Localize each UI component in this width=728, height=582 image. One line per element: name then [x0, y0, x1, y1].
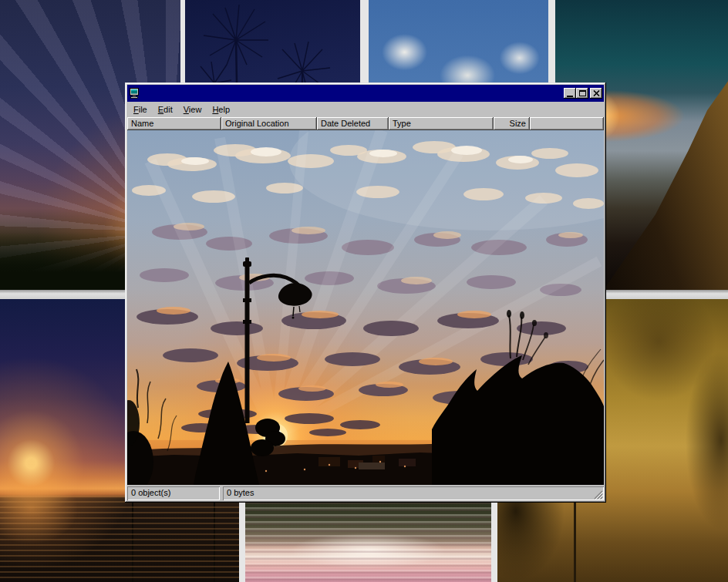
column-header-date-deleted[interactable]: Date Deleted — [317, 117, 389, 130]
minimize-button[interactable] — [564, 88, 576, 99]
window-controls — [564, 88, 602, 99]
column-header-type[interactable]: Type — [389, 117, 494, 130]
maximize-icon — [579, 90, 586, 96]
lake-pole — [214, 498, 215, 582]
status-bytes: 0 bytes — [223, 486, 604, 500]
sunset-photo — [127, 130, 604, 485]
column-header-filler[interactable] — [530, 117, 604, 130]
recycle-bin-window: FileEditViewHelp NameOriginal LocationDa… — [125, 82, 606, 503]
maximize-button[interactable] — [576, 88, 588, 99]
lake-pole — [132, 492, 133, 582]
column-header-size[interactable]: Size — [494, 117, 530, 130]
minimize-icon — [567, 96, 573, 97]
close-icon — [593, 90, 600, 96]
column-header-name[interactable]: Name — [127, 117, 221, 130]
menu-bar: FileEditViewHelp — [127, 102, 604, 117]
menu-item-edit[interactable]: Edit — [153, 103, 178, 116]
close-button[interactable] — [590, 88, 602, 99]
status-bar: 0 object(s) 0 bytes — [127, 485, 604, 500]
titlebar[interactable] — [127, 85, 604, 102]
menu-item-view[interactable]: View — [178, 103, 207, 116]
status-objects: 0 object(s) — [127, 486, 220, 500]
computer-icon — [129, 87, 141, 99]
column-header-row: NameOriginal LocationDate DeletedTypeSiz… — [127, 117, 604, 130]
resize-grip-icon[interactable] — [593, 489, 603, 500]
file-list-area[interactable] — [127, 130, 604, 485]
menu-item-help[interactable]: Help — [207, 103, 235, 116]
column-header-original-location[interactable]: Original Location — [221, 117, 317, 130]
menu-item-file[interactable]: File — [128, 103, 153, 116]
